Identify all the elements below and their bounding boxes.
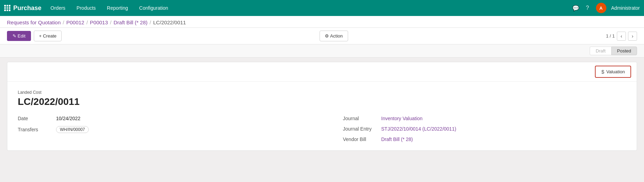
action-bar: ✎ Edit + Create ⚙ Action 1 / 1 ‹ › <box>0 28 644 44</box>
pagination-next[interactable]: › <box>628 32 637 41</box>
create-button[interactable]: + Create <box>34 31 62 41</box>
field-transfers-label: Transfers <box>18 127 56 132</box>
field-journal-entry-label: Journal Entry <box>343 126 381 132</box>
field-journal-row: Journal Inventory Valuation <box>343 116 626 121</box>
field-vendor-bill-value[interactable]: Draft Bill (* 28) <box>381 136 413 142</box>
topnav-icons: 💬 ? A Administrator <box>572 3 640 13</box>
field-date-label: Date <box>18 116 56 121</box>
action-button[interactable]: ⚙ Action <box>320 31 348 41</box>
app-logo[interactable]: Purchase <box>4 5 41 12</box>
form-card-header: $ Valuation <box>7 62 637 82</box>
grid-icon <box>4 5 10 11</box>
avatar[interactable]: A <box>596 3 606 13</box>
field-transfers-tag[interactable]: WH/IN/00007 <box>56 126 89 133</box>
username[interactable]: Administrator <box>611 5 640 11</box>
breadcrumb: Requests for Quotation / P00012 / P00013… <box>0 16 644 28</box>
field-transfers-row: Transfers WH/IN/00007 <box>18 126 322 133</box>
status-posted[interactable]: Posted <box>611 47 637 55</box>
dollar-icon: $ <box>601 69 604 75</box>
form-title: LC/2022/0011 <box>18 96 626 107</box>
status-draft[interactable]: Draft <box>590 47 611 55</box>
section-label: Landed Cost <box>18 90 626 95</box>
field-journal-entry-row: Journal Entry STJ/2022/10/0014 (LC/2022/… <box>343 126 626 132</box>
field-vendor-bill-row: Vendor Bill Draft Bill (* 28) <box>343 136 626 142</box>
pagination-count: 1 / 1 <box>606 33 615 39</box>
breadcrumb-sep-2: / <box>86 19 88 25</box>
breadcrumb-sep-4: / <box>150 19 151 25</box>
breadcrumb-current: LC/2022/0011 <box>153 19 186 25</box>
app-name: Purchase <box>13 5 41 12</box>
field-date-value: 10/24/2022 <box>56 116 80 121</box>
breadcrumb-sep-1: / <box>63 19 64 25</box>
breadcrumb-p00012[interactable]: P00012 <box>66 19 84 25</box>
form-card: $ Valuation Landed Cost LC/2022/0011 Dat… <box>7 62 637 151</box>
field-date-row: Date 10/24/2022 <box>18 116 322 121</box>
edit-button[interactable]: ✎ Edit <box>7 31 31 41</box>
form-body: Landed Cost LC/2022/0011 Date 10/24/2022… <box>7 82 637 150</box>
pagination: 1 / 1 ‹ › <box>606 32 637 41</box>
valuation-label: Valuation <box>606 69 625 74</box>
breadcrumb-sep-3: / <box>110 19 111 25</box>
main-content: $ Valuation Landed Cost LC/2022/0011 Dat… <box>0 58 644 155</box>
field-journal-label: Journal <box>343 116 381 121</box>
field-vendor-bill-label: Vendor Bill <box>343 136 381 142</box>
nav-orders[interactable]: Orders <box>46 3 70 13</box>
breadcrumb-rfq[interactable]: Requests for Quotation <box>7 19 61 25</box>
nav-reporting[interactable]: Reporting <box>102 3 133 13</box>
form-left: Date 10/24/2022 Transfers WH/IN/00007 <box>18 116 322 142</box>
form-fields: Date 10/24/2022 Transfers WH/IN/00007 Jo… <box>18 116 626 142</box>
chat-icon[interactable]: 💬 <box>572 5 579 11</box>
status-bar: Draft Posted <box>0 44 644 58</box>
breadcrumb-draftbill[interactable]: Draft Bill (* 28) <box>113 19 148 25</box>
pagination-prev[interactable]: ‹ <box>617 32 626 41</box>
nav-products[interactable]: Products <box>72 3 101 13</box>
top-navigation: Purchase Orders Products Reporting Confi… <box>0 0 644 16</box>
form-right: Journal Inventory Valuation Journal Entr… <box>322 116 626 142</box>
nav-configuration[interactable]: Configuration <box>134 3 173 13</box>
valuation-button[interactable]: $ Valuation <box>595 66 631 78</box>
field-journal-entry-value[interactable]: STJ/2022/10/0014 (LC/2022/0011) <box>381 126 456 132</box>
field-journal-value[interactable]: Inventory Valuation <box>381 116 423 121</box>
help-icon[interactable]: ? <box>584 5 591 11</box>
breadcrumb-p00013[interactable]: P00013 <box>90 19 108 25</box>
